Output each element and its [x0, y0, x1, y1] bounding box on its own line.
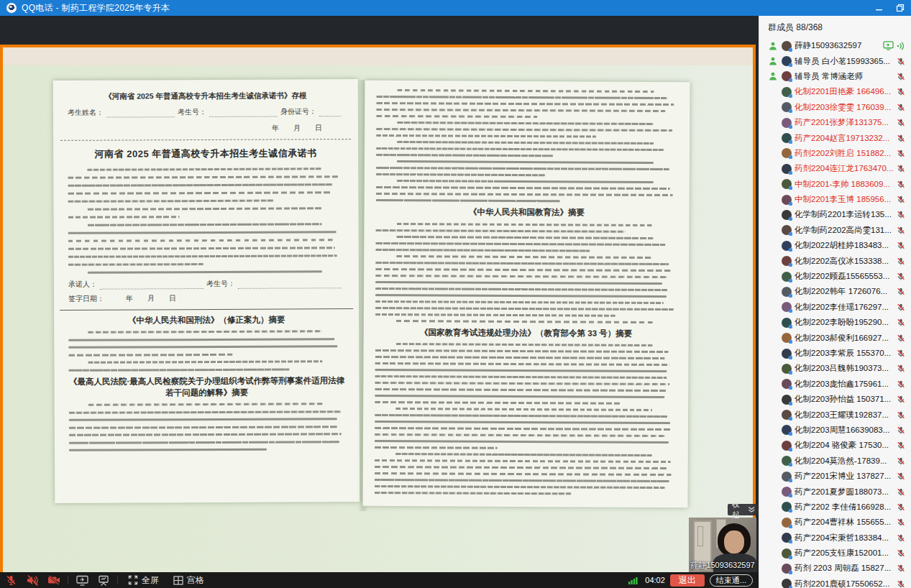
grid-icon [173, 576, 183, 585]
exit-button[interactable]: 退出 [670, 574, 705, 587]
mic-muted-icon [897, 287, 905, 296]
document-page-right: 《中华人民共和国教育法》摘要 《国家教育考试违规处理办法》（教育部令第 33 号… [362, 81, 690, 507]
call-stage: 《河南省 2025 年普通高校专升本招生考生诚信承诺书》存根 考生姓名： 考生号… [0, 16, 759, 572]
mic-muted-icon [897, 487, 905, 497]
avatar [782, 425, 792, 435]
member-row[interactable]: 化学制药2201李运转135... [759, 207, 911, 222]
cut-line [60, 139, 351, 141]
mic-muted-icon [897, 502, 905, 512]
member-row[interactable]: 化制2202李盼盼195290... [759, 315, 911, 330]
member-row[interactable]: 化制2203李紫辰 155370... [759, 346, 911, 361]
member-row[interactable]: 化制2204 骆俊豪 17530... [759, 438, 911, 453]
member-name: 药产2202 李佳倩166928... [795, 502, 897, 513]
pledge-title: 河南省 2025 年普通高校专升本招生考生诚信承诺书 [68, 147, 344, 161]
member-name: 化学制药2201李运转135... [795, 209, 897, 220]
member-row[interactable]: 药剂2202刘胜启 151882... [759, 146, 911, 161]
right-section1-title: 《中华人民共和国教育法》摘要 [376, 206, 678, 219]
member-row[interactable]: 药产2201夏梦圆188073... [759, 484, 911, 499]
speaker-muted-button[interactable] [22, 572, 43, 588]
member-row[interactable]: 化制2203周慧16639083... [759, 423, 911, 438]
member-row[interactable]: 药产2204赵言19713232... [759, 130, 911, 145]
fullscreen-button[interactable]: 全屏 [121, 574, 166, 587]
mic-muted-icon [897, 334, 905, 343]
avatar [782, 256, 792, 266]
mic-muted-icon [897, 195, 905, 204]
restore-icon [896, 4, 905, 12]
member-name: 化制2203王耀璞192837... [795, 410, 897, 421]
window-title: QQ电话 - 制药工程学院2025年专升本 [22, 2, 170, 14]
member-row[interactable]: 辅导员 白小茗15993365... [759, 53, 911, 68]
avatar [782, 410, 792, 420]
avatar [782, 41, 792, 51]
member-row[interactable]: 化制2203徐雯雯 176039... [759, 100, 911, 115]
member-row[interactable]: 药产2205支钰康152001... [759, 546, 911, 561]
mic-muted-icon [897, 103, 905, 112]
avatar [782, 241, 792, 251]
member-name: 药产2204宋秉哲183384... [795, 533, 897, 543]
member-row[interactable]: 化学制药2202高尚雯131... [759, 223, 911, 238]
screen-share-button[interactable] [71, 572, 93, 588]
avatar [782, 579, 792, 588]
member-row[interactable]: 药剂 2203 周朝磊 15827... [759, 561, 911, 576]
member-row[interactable]: 中制2201李玉博 185956... [759, 192, 911, 207]
qq-call-window: QQ电话 - 制药工程学院2025年专升本 《河南省 2025 年普通高校专升本… [0, 0, 911, 588]
whiteboard-button[interactable] [93, 572, 114, 588]
member-row[interactable]: 化制2203郝俊利166927... [759, 330, 911, 345]
mic-muted-icon [897, 226, 905, 235]
member-row[interactable]: 化制2203孙怡益 150371... [759, 392, 911, 407]
member-row[interactable]: 药产2204宋秉哲183384... [759, 530, 911, 546]
end-call-button[interactable]: 结束通... [710, 574, 753, 587]
mic-muted-icon [897, 548, 905, 558]
camera-off-button[interactable] [43, 572, 65, 588]
member-name: 中制2201李玉博 185956... [795, 194, 897, 205]
collapse-panel-button[interactable]: 收起 [728, 504, 759, 515]
member-name: 化制2203郝俊利166927... [795, 333, 897, 344]
self-video-thumbnail[interactable]: 薛静15093632597 [689, 518, 756, 572]
avatar [782, 302, 792, 312]
member-row[interactable]: 药产2201张梦泽131375... [759, 115, 911, 130]
member-row[interactable]: 化制2204莫浩然-17839... [759, 454, 911, 469]
member-row[interactable]: 中制2201-李帅 1883609... [759, 177, 911, 192]
member-row[interactable]: 化制2202李佳瑶176297... [759, 300, 911, 315]
mic-muted-icon [897, 303, 905, 312]
mic-muted-icon [897, 272, 905, 281]
minimize-button[interactable] [868, 0, 889, 16]
member-row[interactable]: 药剂2204连江龙1763470... [759, 161, 911, 176]
mic-muted-icon [897, 149, 905, 158]
avatar [782, 195, 792, 205]
mic-muted-button[interactable] [0, 572, 22, 588]
member-row[interactable]: 化制2203庞怡鑫175961... [759, 377, 911, 392]
member-row[interactable]: 辅导员 常博涵老师 [759, 69, 911, 84]
member-row[interactable]: 药产2204曹祥林 155655... [759, 515, 911, 530]
member-row[interactable]: 药产2201宋博业 137827... [759, 469, 911, 484]
member-row[interactable]: 化制2202韩年 1726076... [759, 284, 911, 299]
avatar [782, 225, 792, 235]
member-name: 药剂2204连江龙1763470... [795, 163, 897, 174]
grid-view-button[interactable]: 宫格 [166, 574, 211, 587]
camera-off-icon [47, 575, 60, 585]
member-name: 化制2203孙怡益 150371... [795, 394, 897, 405]
avatar [782, 487, 792, 497]
member-row[interactable]: 药产2202 李佳倩166928... [759, 500, 911, 515]
member-sidebar: 群成员 88/368 薛静15093632597 辅导员 白小茗15993365… [759, 16, 911, 588]
mic-muted-icon [897, 564, 905, 573]
member-name: 薛静15093632597 [795, 40, 883, 51]
member-row[interactable]: 薛静15093632597 [759, 38, 911, 53]
member-row[interactable]: 化制2203王耀璞192837... [759, 407, 911, 422]
member-name: 化制2203徐雯雯 176039... [795, 102, 897, 113]
restore-button[interactable] [889, 0, 911, 16]
member-row[interactable]: 化制2203吕魏韩190373... [759, 361, 911, 376]
member-name: 药剂2202刘胜启 151882... [795, 148, 897, 159]
mic-muted-icon [897, 364, 905, 373]
member-name: 药产2204曹祥林 155655... [795, 517, 897, 528]
member-row[interactable]: 化制2202顾磊15565553... [759, 269, 911, 284]
left-section2-title: 《最高人民法院·最高人民检察院关于办理组织考试作弊等刑事案件适用法律若干问题的解… [69, 375, 345, 399]
right-section2-title: 《国家教育考试违规处理办法》（教育部令第 33 号）摘要 [375, 326, 677, 339]
member-row[interactable]: 化制2201田艳豪 166496... [759, 84, 911, 99]
mic-muted-icon [897, 395, 905, 404]
avatar [782, 333, 792, 343]
member-row[interactable]: 化制2022胡桂婷183483... [759, 238, 911, 253]
mic-muted-icon [897, 164, 905, 173]
member-row[interactable]: 药剂2201鹿硕17550652... [759, 576, 911, 588]
member-row[interactable]: 化制2202高仪冰153338... [759, 253, 911, 268]
